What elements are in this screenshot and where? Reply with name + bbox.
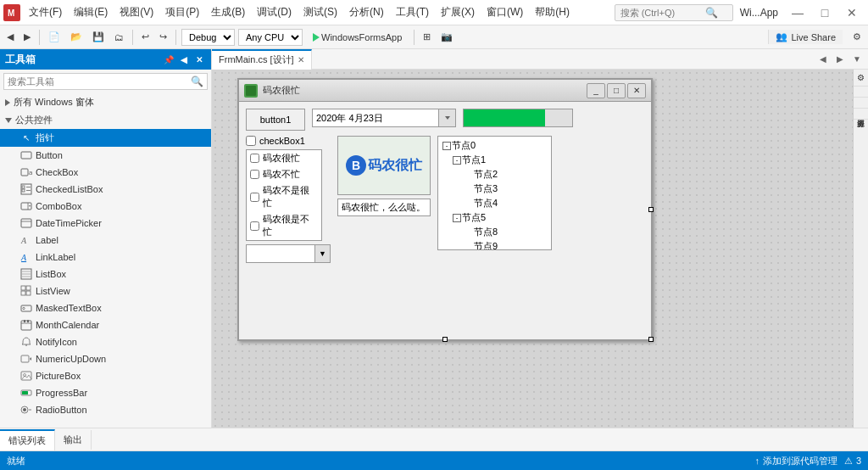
selection-handle-bm[interactable] (442, 337, 448, 342)
form-treeview[interactable]: - 节点0 - 节点1 (437, 136, 552, 250)
tab-menu-button[interactable]: ▼ (849, 52, 865, 67)
checkedlist-item-3[interactable]: 码农很是不忙 (247, 211, 321, 240)
toolbox-item-progressbar[interactable]: ProgressBar (0, 384, 211, 401)
redo-button[interactable]: ↪ (156, 30, 170, 44)
menu-build[interactable]: 生成(B) (206, 3, 250, 21)
v-panel-design[interactable]: 设计 (854, 87, 868, 98)
selection-handle-mr[interactable] (648, 207, 654, 212)
checkedlist-checkbox-0[interactable] (250, 154, 259, 163)
bottom-tab-errors[interactable]: 错误列表 (0, 429, 55, 450)
form-button1[interactable]: button1 (246, 109, 305, 131)
menu-debug[interactable]: 调试(D) (252, 3, 297, 21)
undo-button[interactable]: ↩ (138, 30, 153, 44)
toolbar-extra-1[interactable]: ⊞ (420, 30, 434, 44)
v-panel-service[interactable]: 服务资源 (854, 109, 868, 120)
toolbar-extra-2[interactable]: 📷 (437, 30, 456, 44)
toolbox-item-listbox[interactable]: ListBox (0, 266, 211, 283)
toolbox-item-checkedlistbox[interactable]: CheckedListBox (0, 181, 211, 198)
debug-mode-select[interactable]: Debug (181, 29, 235, 46)
checkedlist-item-0[interactable]: 码农很忙 (247, 150, 321, 166)
toolbox-pin-button[interactable]: 📌 (162, 53, 175, 66)
save-all-button[interactable]: 🗂 (111, 31, 127, 44)
status-errors[interactable]: ⚠ 3 (844, 456, 861, 467)
tree-node-1[interactable]: - 节点1 (440, 153, 549, 167)
checkedlist-checkbox-1[interactable] (250, 170, 259, 179)
tree-node-4[interactable]: 节点4 (440, 196, 549, 210)
toolbox-item-radiobutton[interactable]: RadioButton (0, 401, 211, 418)
toolbox-search-box[interactable]: 🔍 (3, 73, 208, 90)
title-search-box[interactable]: 🔍 (615, 4, 733, 21)
toolbox-item-notifyicon[interactable]: NotifyIcon (0, 333, 211, 350)
tree-node-0[interactable]: - 节点0 (440, 138, 549, 153)
toolbox-item-numericupdown[interactable]: NumericUpDown (0, 350, 211, 367)
form-minimize-button[interactable]: _ (587, 83, 605, 98)
toolbox-item-linklabel[interactable]: A LinkLabel (0, 249, 211, 266)
menu-analyze[interactable]: 分析(N) (344, 3, 389, 21)
menu-view[interactable]: 视图(V) (114, 3, 159, 21)
toolbox-item-pointer[interactable]: ↖ 指针 (0, 129, 211, 147)
menu-help[interactable]: 帮助(H) (530, 3, 575, 21)
toolbox-item-datetimepicker[interactable]: DateTimePicker (0, 215, 211, 232)
toolbox-item-combobox[interactable]: ComboBox (0, 198, 211, 215)
run-button[interactable]: WindowsFormsApp (306, 31, 409, 44)
toolbox-item-label[interactable]: A Label (0, 232, 211, 249)
form-checkedlistbox[interactable]: 码农很忙 码农不忙 码农不是很忙 (246, 149, 322, 241)
back-button[interactable]: ◀ (3, 30, 17, 44)
tree-node-3[interactable]: 节点3 (440, 182, 549, 196)
checkedlist-item-1[interactable]: 码农不忙 (247, 166, 321, 182)
form-datetimepicker[interactable]: 2020年 4月23日 (312, 109, 456, 127)
menu-tools[interactable]: 工具(T) (391, 3, 434, 21)
tab-close-button[interactable]: ✕ (298, 55, 304, 64)
toolbox-item-picturebox[interactable]: PictureBox (0, 367, 211, 384)
form-combobox[interactable]: ▼ (246, 244, 331, 263)
form-textbox[interactable]: 码农很忙，么么哒。 (337, 199, 431, 216)
toolbox-group-common[interactable]: 公共控件 (0, 111, 211, 129)
toolbox-close-button[interactable]: ✕ (192, 53, 206, 66)
live-share-button[interactable]: 👥 Live Share (768, 30, 843, 44)
tab-prev-button[interactable]: ◀ (815, 52, 831, 67)
maximize-button[interactable]: □ (812, 4, 837, 21)
toolbox-item-listview[interactable]: ListView (0, 283, 211, 299)
save-button[interactable]: 💾 (89, 30, 108, 44)
selection-handle-br[interactable] (648, 337, 654, 342)
tree-node-2[interactable]: 节点2 (440, 167, 549, 182)
checkbox-input[interactable] (246, 136, 256, 146)
checkedlist-checkbox-2[interactable] (250, 193, 259, 202)
tab-next-button[interactable]: ▶ (832, 52, 848, 67)
checkedlist-item-2[interactable]: 码农不是很忙 (247, 182, 321, 211)
menu-window[interactable]: 窗口(W) (481, 3, 528, 21)
form-close-button[interactable]: ✕ (627, 83, 646, 98)
close-button[interactable]: ✕ (839, 4, 865, 21)
toolbox-auto-hide-button[interactable]: ◀ (177, 53, 191, 66)
toolbox-group-all-windows[interactable]: 所有 Windows 窗体 (0, 93, 211, 111)
menu-edit[interactable]: 编辑(E) (69, 3, 113, 21)
menu-test[interactable]: 测试(S) (298, 3, 342, 21)
tab-frmain-design[interactable]: FrmMain.cs [设计] ✕ (212, 49, 312, 70)
title-search-input[interactable] (620, 8, 705, 18)
combo-box-dropdown-button[interactable]: ▼ (314, 245, 330, 262)
tree-expand-1[interactable]: - (452, 155, 462, 165)
bottom-tab-output[interactable]: 输出 (55, 430, 92, 450)
toolbox-item-monthcalendar[interactable]: MonthCalendar (0, 316, 211, 333)
tree-expand-0[interactable]: - (442, 141, 452, 151)
menu-file[interactable]: 文件(F) (24, 3, 67, 21)
menu-project[interactable]: 项目(P) (160, 3, 204, 21)
tree-node-9[interactable]: 节点9 (440, 239, 549, 250)
tree-node-5[interactable]: - 节点5 (440, 210, 549, 225)
v-panel-calc[interactable]: 计算结果视图 (854, 98, 868, 109)
tree-node-8[interactable]: 节点8 (440, 225, 549, 239)
forward-button[interactable]: ▶ (20, 30, 34, 44)
v-panel-settings[interactable]: ⚙ (854, 70, 868, 87)
status-git-button[interactable]: ↑ 添加到源代码管理 (754, 455, 837, 467)
menu-extensions[interactable]: 扩展(X) (436, 3, 480, 21)
checkedlist-checkbox-3[interactable] (250, 221, 259, 231)
toolbox-search-input[interactable] (8, 76, 191, 87)
open-button[interactable]: 📂 (67, 30, 86, 44)
toolbox-item-button[interactable]: Button (0, 147, 211, 164)
form-maximize-button[interactable]: □ (607, 83, 626, 98)
tree-expand-5[interactable]: - (452, 213, 462, 223)
new-project-button[interactable]: 📄 (45, 30, 64, 44)
designer-area[interactable]: 码农很忙 _ □ ✕ button1 2020年 4月 (212, 70, 868, 428)
datetime-dropdown-button[interactable] (438, 109, 455, 126)
minimize-button[interactable]: — (785, 4, 810, 21)
